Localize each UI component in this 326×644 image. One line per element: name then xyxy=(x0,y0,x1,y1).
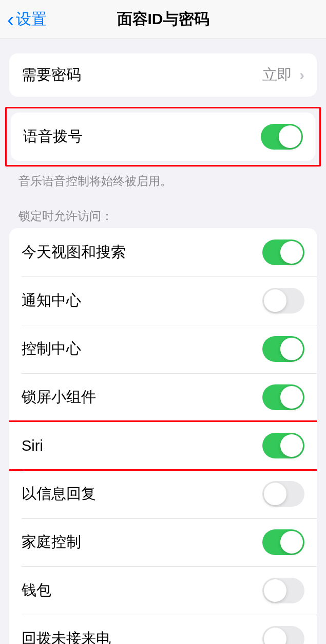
lock-screen-widgets-row[interactable]: 锁屏小组件 xyxy=(9,373,317,421)
today-view-row[interactable]: 今天视图和搜索 xyxy=(9,228,317,277)
require-passcode-row[interactable]: 需要密码 立即 › xyxy=(9,53,317,97)
voice-dial-footer: 音乐语音控制将始终被启用。 xyxy=(0,167,326,190)
siri-toggle[interactable] xyxy=(262,433,304,458)
siri-label: Siri xyxy=(22,437,43,454)
return-missed-calls-toggle[interactable] xyxy=(262,626,304,644)
navigation-header: ‹ 设置 面容ID与密码 xyxy=(0,0,326,39)
return-missed-calls-label: 回拨未接来电 xyxy=(22,629,111,644)
back-label: 设置 xyxy=(16,9,47,30)
require-passcode-label: 需要密码 xyxy=(22,65,81,85)
control-center-label: 控制中心 xyxy=(22,339,81,359)
return-missed-calls-row[interactable]: 回拨未接来电 xyxy=(9,615,317,644)
home-control-label: 家庭控制 xyxy=(22,532,81,553)
lock-screen-widgets-label: 锁屏小组件 xyxy=(22,387,96,408)
today-view-toggle[interactable] xyxy=(262,240,304,265)
require-passcode-group: 需要密码 立即 › xyxy=(9,53,317,97)
chevron-left-icon: ‹ xyxy=(7,9,14,30)
chevron-right-icon: › xyxy=(299,66,304,84)
control-center-toggle[interactable] xyxy=(262,336,304,362)
highlight-voice-dial: 语音拨号 xyxy=(5,107,321,167)
wallet-label: 钱包 xyxy=(22,580,51,601)
locked-access-group: 今天视图和搜索 通知中心 控制中心 锁屏小组件 Siri 以信息回复 家庭控制 xyxy=(9,228,317,644)
voice-dial-toggle[interactable] xyxy=(261,124,303,150)
notification-center-label: 通知中心 xyxy=(22,290,81,311)
voice-dial-row[interactable]: 语音拨号 xyxy=(11,113,315,161)
back-button[interactable]: ‹ 设置 xyxy=(0,9,47,30)
reply-with-message-toggle[interactable] xyxy=(262,481,304,507)
home-control-toggle[interactable] xyxy=(262,529,304,555)
page-title: 面容ID与密码 xyxy=(117,9,209,30)
notification-center-row[interactable]: 通知中心 xyxy=(9,277,317,325)
wallet-toggle[interactable] xyxy=(262,578,304,603)
wallet-row[interactable]: 钱包 xyxy=(9,566,317,615)
voice-dial-label: 语音拨号 xyxy=(23,126,83,147)
notification-center-toggle[interactable] xyxy=(262,288,304,314)
siri-row[interactable]: Siri xyxy=(9,421,317,470)
reply-with-message-row[interactable]: 以信息回复 xyxy=(9,470,317,518)
today-view-label: 今天视图和搜索 xyxy=(22,242,126,263)
control-center-row[interactable]: 控制中心 xyxy=(9,325,317,373)
require-passcode-value: 立即 xyxy=(262,65,292,85)
home-control-row[interactable]: 家庭控制 xyxy=(9,518,317,566)
lock-screen-widgets-toggle[interactable] xyxy=(262,384,304,410)
locked-access-header: 锁定时允许访问： xyxy=(0,190,326,228)
reply-with-message-label: 以信息回复 xyxy=(22,484,96,504)
